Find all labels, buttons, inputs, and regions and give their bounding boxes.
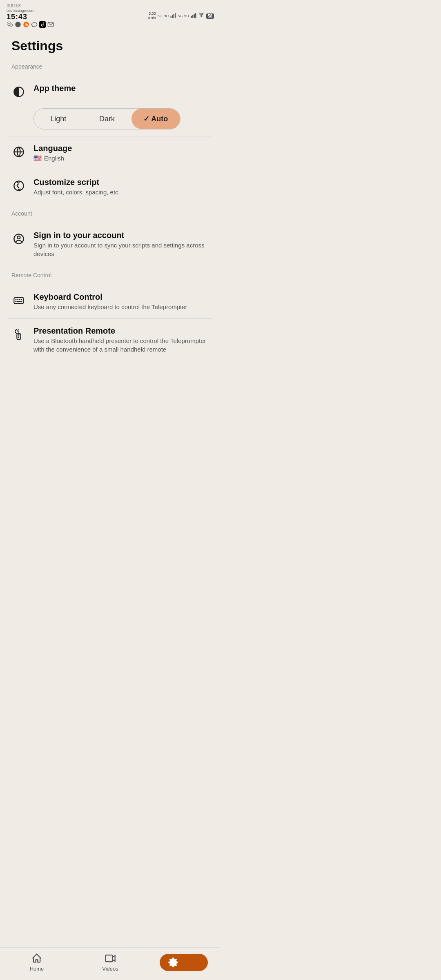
svg-point-0 xyxy=(7,22,11,25)
app-theme-content: App theme xyxy=(33,84,209,94)
content-area: Settings Appearance App theme Light Dark… xyxy=(0,30,220,402)
keyboard-control-subtitle: Use any connected keyboard to control th… xyxy=(33,303,209,311)
account-section-label: Account xyxy=(0,210,220,223)
sign-in-row[interactable]: Sign in to your account Sign in to your … xyxy=(0,223,220,265)
flag-icon: 🇺🇸 xyxy=(33,154,42,162)
account-icon xyxy=(11,232,26,246)
5g-signal-1: 5G HD xyxy=(158,14,169,18)
keyboard-control-content: Keyboard Control Use any connected keybo… xyxy=(33,292,209,311)
sign-in-content: Sign in to your account Sign in to your … xyxy=(33,231,209,258)
keyboard-control-title: Keyboard Control xyxy=(33,292,209,302)
wechat-icon xyxy=(7,21,13,29)
svg-rect-18 xyxy=(194,14,194,18)
5g-signal-2: 5G HD xyxy=(178,14,189,18)
signal-bars-2 xyxy=(191,13,196,19)
theme-auto-label: Auto xyxy=(151,115,168,123)
svg-text:淘: 淘 xyxy=(25,23,28,26)
app-theme-title: App theme xyxy=(33,84,209,93)
keyboard-control-row[interactable]: Keyboard Control Use any connected keybo… xyxy=(0,285,220,318)
language-value: English xyxy=(44,154,64,163)
taobao-icon: 淘 xyxy=(23,21,29,29)
svg-rect-19 xyxy=(195,13,196,18)
site: bbs.liuxingw.com xyxy=(7,9,54,13)
presentation-remote-title: Presentation Remote xyxy=(33,326,209,336)
customize-script-subtitle: Adjust font, colors, spacing, etc. xyxy=(33,188,209,196)
svg-rect-16 xyxy=(191,16,192,18)
theme-light-button[interactable]: Light xyxy=(34,109,82,129)
svg-point-1 xyxy=(8,23,9,24)
status-left: 流量社区 bbs.liuxingw.com 15:43 淘 xyxy=(7,3,54,29)
email-icon xyxy=(47,21,54,29)
wifi-icon xyxy=(198,13,205,19)
language-row[interactable]: Language 🇺🇸 English xyxy=(0,136,220,170)
svg-rect-15 xyxy=(175,13,176,18)
status-time: 15:43 xyxy=(7,13,54,21)
status-icons: 淘 xyxy=(7,21,54,29)
tiktok-icon xyxy=(39,21,46,29)
svg-point-2 xyxy=(9,23,10,24)
cat-icon xyxy=(15,21,21,29)
messages-icon xyxy=(31,21,38,29)
customize-script-title: Customize script xyxy=(33,178,209,187)
battery-indicator: 58 xyxy=(206,13,214,19)
theme-icon xyxy=(11,85,26,99)
svg-rect-17 xyxy=(192,15,193,18)
remote-control-section-label: Remote Control xyxy=(0,272,220,285)
presentation-remote-row[interactable]: Presentation Remote Use a Bluetooth hand… xyxy=(0,319,220,361)
customize-icon xyxy=(11,178,26,193)
language-icon xyxy=(11,145,26,159)
sign-in-subtitle: Sign in to your account to sync your scr… xyxy=(33,241,209,258)
theme-dark-button[interactable]: Dark xyxy=(82,109,131,129)
svg-rect-26 xyxy=(14,298,23,303)
appearance-section-label: Appearance xyxy=(0,63,220,76)
language-content: Language 🇺🇸 English xyxy=(33,144,209,163)
language-value-row: 🇺🇸 English xyxy=(33,154,209,163)
svg-point-4 xyxy=(11,25,11,25)
presentation-remote-subtitle: Use a Bluetooth handheld presenter to co… xyxy=(33,336,209,354)
svg-point-5 xyxy=(11,25,12,25)
customize-script-row[interactable]: Customize script Adjust font, colors, sp… xyxy=(0,170,220,204)
customize-script-content: Customize script Adjust font, colors, sp… xyxy=(33,178,209,196)
status-bar: 流量社区 bbs.liuxingw.com 15:43 淘 3.00K xyxy=(0,0,220,30)
sign-in-title: Sign in to your account xyxy=(33,231,209,240)
svg-point-8 xyxy=(31,22,37,26)
language-title: Language xyxy=(33,144,209,153)
network-speed: 3.00KB/s xyxy=(148,11,156,20)
svg-point-25 xyxy=(18,236,20,239)
theme-auto-button[interactable]: ✓Auto xyxy=(131,109,180,129)
watermark: 流量社区 xyxy=(7,3,54,9)
remote-icon xyxy=(11,327,26,342)
svg-rect-14 xyxy=(174,14,174,18)
theme-dark-label: Dark xyxy=(99,115,115,123)
theme-selector[interactable]: Light Dark ✓Auto xyxy=(33,108,180,129)
app-theme-row[interactable]: App theme xyxy=(0,76,220,107)
check-icon: ✓ xyxy=(143,115,149,123)
svg-rect-12 xyxy=(171,16,172,18)
keyboard-icon xyxy=(11,293,26,308)
svg-rect-13 xyxy=(172,15,173,18)
page-title: Settings xyxy=(0,30,220,63)
signal-bars-1 xyxy=(170,13,176,19)
status-right: 3.00KB/s 5G HD 5G HD 58 xyxy=(148,11,214,20)
presentation-remote-content: Presentation Remote Use a Bluetooth hand… xyxy=(33,326,209,354)
theme-light-label: Light xyxy=(50,115,66,123)
